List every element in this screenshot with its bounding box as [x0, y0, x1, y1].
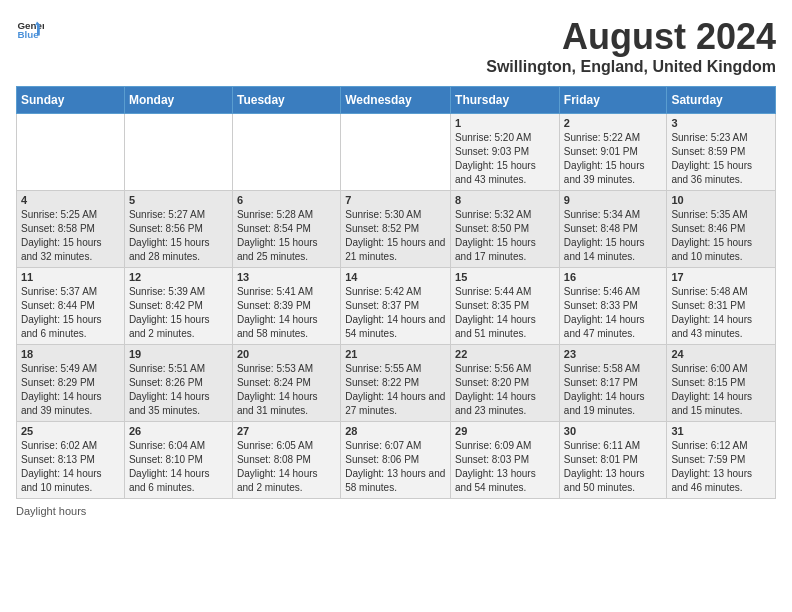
day-info: Sunrise: 5:20 AMSunset: 9:03 PMDaylight:…: [455, 131, 555, 187]
day-number: 28: [345, 425, 446, 437]
calendar-cell: 10Sunrise: 5:35 AMSunset: 8:46 PMDayligh…: [667, 191, 776, 268]
day-info: Sunrise: 5:35 AMSunset: 8:46 PMDaylight:…: [671, 208, 771, 264]
calendar-cell: 1Sunrise: 5:20 AMSunset: 9:03 PMDaylight…: [451, 114, 560, 191]
day-info: Sunrise: 5:44 AMSunset: 8:35 PMDaylight:…: [455, 285, 555, 341]
calendar-cell: 31Sunrise: 6:12 AMSunset: 7:59 PMDayligh…: [667, 422, 776, 499]
day-number: 22: [455, 348, 555, 360]
calendar-cell: 4Sunrise: 5:25 AMSunset: 8:58 PMDaylight…: [17, 191, 125, 268]
day-number: 2: [564, 117, 663, 129]
day-number: 30: [564, 425, 663, 437]
footer: Daylight hours: [16, 505, 776, 517]
calendar-header-row: SundayMondayTuesdayWednesdayThursdayFrid…: [17, 87, 776, 114]
day-info: Sunrise: 5:39 AMSunset: 8:42 PMDaylight:…: [129, 285, 228, 341]
calendar-cell: 29Sunrise: 6:09 AMSunset: 8:03 PMDayligh…: [451, 422, 560, 499]
day-info: Sunrise: 5:58 AMSunset: 8:17 PMDaylight:…: [564, 362, 663, 418]
calendar-cell: 8Sunrise: 5:32 AMSunset: 8:50 PMDaylight…: [451, 191, 560, 268]
calendar-week-row: 11Sunrise: 5:37 AMSunset: 8:44 PMDayligh…: [17, 268, 776, 345]
day-info: Sunrise: 5:55 AMSunset: 8:22 PMDaylight:…: [345, 362, 446, 418]
day-info: Sunrise: 5:32 AMSunset: 8:50 PMDaylight:…: [455, 208, 555, 264]
logo: General Blue: [16, 16, 44, 44]
calendar-week-row: 25Sunrise: 6:02 AMSunset: 8:13 PMDayligh…: [17, 422, 776, 499]
calendar-cell: 13Sunrise: 5:41 AMSunset: 8:39 PMDayligh…: [232, 268, 340, 345]
day-info: Sunrise: 5:46 AMSunset: 8:33 PMDaylight:…: [564, 285, 663, 341]
day-info: Sunrise: 5:27 AMSunset: 8:56 PMDaylight:…: [129, 208, 228, 264]
day-info: Sunrise: 5:49 AMSunset: 8:29 PMDaylight:…: [21, 362, 120, 418]
day-info: Sunrise: 6:02 AMSunset: 8:13 PMDaylight:…: [21, 439, 120, 495]
day-info: Sunrise: 6:05 AMSunset: 8:08 PMDaylight:…: [237, 439, 336, 495]
month-year-title: August 2024: [486, 16, 776, 58]
day-of-week-header: Friday: [559, 87, 667, 114]
calendar-cell: 6Sunrise: 5:28 AMSunset: 8:54 PMDaylight…: [232, 191, 340, 268]
day-info: Sunrise: 5:48 AMSunset: 8:31 PMDaylight:…: [671, 285, 771, 341]
day-of-week-header: Tuesday: [232, 87, 340, 114]
day-number: 23: [564, 348, 663, 360]
calendar-cell: 2Sunrise: 5:22 AMSunset: 9:01 PMDaylight…: [559, 114, 667, 191]
calendar-cell: 19Sunrise: 5:51 AMSunset: 8:26 PMDayligh…: [124, 345, 232, 422]
day-number: 10: [671, 194, 771, 206]
calendar-cell: 23Sunrise: 5:58 AMSunset: 8:17 PMDayligh…: [559, 345, 667, 422]
day-number: 17: [671, 271, 771, 283]
day-info: Sunrise: 6:09 AMSunset: 8:03 PMDaylight:…: [455, 439, 555, 495]
calendar-cell: 30Sunrise: 6:11 AMSunset: 8:01 PMDayligh…: [559, 422, 667, 499]
day-number: 26: [129, 425, 228, 437]
calendar-cell: 5Sunrise: 5:27 AMSunset: 8:56 PMDaylight…: [124, 191, 232, 268]
day-info: Sunrise: 5:56 AMSunset: 8:20 PMDaylight:…: [455, 362, 555, 418]
calendar-cell: [341, 114, 451, 191]
day-number: 20: [237, 348, 336, 360]
calendar-week-row: 18Sunrise: 5:49 AMSunset: 8:29 PMDayligh…: [17, 345, 776, 422]
day-info: Sunrise: 5:42 AMSunset: 8:37 PMDaylight:…: [345, 285, 446, 341]
calendar-cell: 9Sunrise: 5:34 AMSunset: 8:48 PMDaylight…: [559, 191, 667, 268]
day-of-week-header: Wednesday: [341, 87, 451, 114]
day-number: 1: [455, 117, 555, 129]
day-number: 5: [129, 194, 228, 206]
calendar-week-row: 4Sunrise: 5:25 AMSunset: 8:58 PMDaylight…: [17, 191, 776, 268]
calendar-table: SundayMondayTuesdayWednesdayThursdayFrid…: [16, 86, 776, 499]
calendar-cell: [17, 114, 125, 191]
day-info: Sunrise: 6:12 AMSunset: 7:59 PMDaylight:…: [671, 439, 771, 495]
calendar-week-row: 1Sunrise: 5:20 AMSunset: 9:03 PMDaylight…: [17, 114, 776, 191]
day-number: 29: [455, 425, 555, 437]
calendar-cell: 11Sunrise: 5:37 AMSunset: 8:44 PMDayligh…: [17, 268, 125, 345]
day-info: Sunrise: 5:28 AMSunset: 8:54 PMDaylight:…: [237, 208, 336, 264]
day-info: Sunrise: 5:41 AMSunset: 8:39 PMDaylight:…: [237, 285, 336, 341]
title-section: August 2024 Swillington, England, United…: [486, 16, 776, 76]
day-number: 19: [129, 348, 228, 360]
day-number: 13: [237, 271, 336, 283]
day-number: 31: [671, 425, 771, 437]
day-info: Sunrise: 6:00 AMSunset: 8:15 PMDaylight:…: [671, 362, 771, 418]
day-number: 6: [237, 194, 336, 206]
calendar-cell: 26Sunrise: 6:04 AMSunset: 8:10 PMDayligh…: [124, 422, 232, 499]
calendar-body: 1Sunrise: 5:20 AMSunset: 9:03 PMDaylight…: [17, 114, 776, 499]
day-info: Sunrise: 5:34 AMSunset: 8:48 PMDaylight:…: [564, 208, 663, 264]
calendar-cell: 20Sunrise: 5:53 AMSunset: 8:24 PMDayligh…: [232, 345, 340, 422]
day-number: 11: [21, 271, 120, 283]
header: General Blue August 2024 Swillington, En…: [16, 16, 776, 76]
day-number: 9: [564, 194, 663, 206]
day-of-week-header: Sunday: [17, 87, 125, 114]
day-info: Sunrise: 5:51 AMSunset: 8:26 PMDaylight:…: [129, 362, 228, 418]
day-number: 4: [21, 194, 120, 206]
calendar-cell: 16Sunrise: 5:46 AMSunset: 8:33 PMDayligh…: [559, 268, 667, 345]
day-number: 16: [564, 271, 663, 283]
day-info: Sunrise: 5:23 AMSunset: 8:59 PMDaylight:…: [671, 131, 771, 187]
calendar-cell: 3Sunrise: 5:23 AMSunset: 8:59 PMDaylight…: [667, 114, 776, 191]
day-number: 21: [345, 348, 446, 360]
calendar-cell: 27Sunrise: 6:05 AMSunset: 8:08 PMDayligh…: [232, 422, 340, 499]
svg-text:Blue: Blue: [17, 29, 39, 40]
day-info: Sunrise: 5:37 AMSunset: 8:44 PMDaylight:…: [21, 285, 120, 341]
calendar-cell: 22Sunrise: 5:56 AMSunset: 8:20 PMDayligh…: [451, 345, 560, 422]
logo-icon: General Blue: [16, 16, 44, 44]
day-of-week-header: Thursday: [451, 87, 560, 114]
day-number: 27: [237, 425, 336, 437]
day-number: 15: [455, 271, 555, 283]
day-info: Sunrise: 6:04 AMSunset: 8:10 PMDaylight:…: [129, 439, 228, 495]
day-of-week-header: Saturday: [667, 87, 776, 114]
calendar-cell: 18Sunrise: 5:49 AMSunset: 8:29 PMDayligh…: [17, 345, 125, 422]
calendar-cell: 25Sunrise: 6:02 AMSunset: 8:13 PMDayligh…: [17, 422, 125, 499]
day-info: Sunrise: 6:11 AMSunset: 8:01 PMDaylight:…: [564, 439, 663, 495]
day-number: 3: [671, 117, 771, 129]
day-info: Sunrise: 5:25 AMSunset: 8:58 PMDaylight:…: [21, 208, 120, 264]
calendar-cell: 12Sunrise: 5:39 AMSunset: 8:42 PMDayligh…: [124, 268, 232, 345]
day-number: 7: [345, 194, 446, 206]
calendar-cell: 15Sunrise: 5:44 AMSunset: 8:35 PMDayligh…: [451, 268, 560, 345]
